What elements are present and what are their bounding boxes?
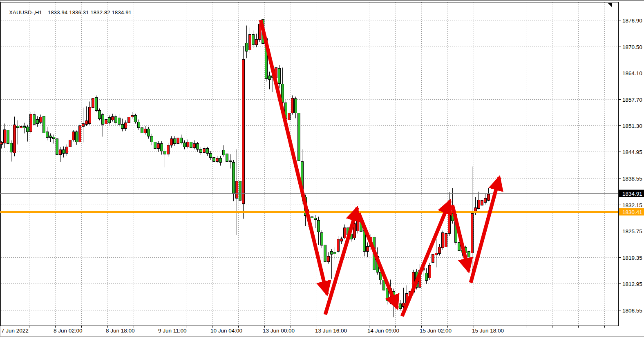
candle-bull[interactable] (432, 254, 434, 263)
candle-bear[interactable] (56, 139, 58, 155)
candle-bear[interactable] (311, 217, 313, 218)
candle-bull[interactable] (291, 98, 294, 113)
candle-bear[interactable] (210, 154, 212, 158)
candle-bear[interactable] (197, 144, 199, 150)
candle-bear[interactable] (278, 69, 281, 84)
candle-bear[interactable] (239, 181, 242, 201)
candle-bull[interactable] (478, 200, 480, 209)
candle-bull[interactable] (72, 132, 75, 140)
candle-bear[interactable] (295, 99, 297, 113)
candle-bear[interactable] (23, 127, 26, 128)
candle-bull[interactable] (82, 124, 85, 127)
candle-bear[interactable] (7, 130, 9, 144)
candle-bull[interactable] (40, 117, 42, 123)
candle-bear[interactable] (36, 120, 39, 124)
candle-bear[interactable] (206, 149, 209, 154)
candle-bull[interactable] (20, 127, 22, 128)
chart-canvas[interactable]: 1876.901870.501864.101857.701851.301844.… (0, 1, 644, 337)
candle-bear[interactable] (63, 150, 65, 154)
time-axis[interactable]: 7 Jun 20228 Jun 02:008 Jun 18:009 Jun 11… (1, 326, 605, 334)
candle-bear[interactable] (468, 252, 470, 257)
candle-bull[interactable] (79, 126, 81, 142)
candle-bull[interactable] (69, 140, 72, 147)
candle-bull[interactable] (471, 214, 474, 253)
candle-bear[interactable] (33, 115, 36, 125)
candle-bear[interactable] (229, 161, 232, 162)
candle-bull[interactable] (367, 247, 369, 252)
candle-bull[interactable] (216, 158, 219, 162)
candle-bull[interactable] (357, 221, 359, 231)
candle-bull[interactable] (327, 257, 330, 262)
candle-bear[interactable] (98, 111, 101, 119)
candle-bear[interactable] (148, 129, 150, 136)
candle-bear[interactable] (246, 43, 248, 51)
candle-bear[interactable] (233, 163, 235, 194)
candle-bear[interactable] (223, 150, 225, 155)
candle-bull[interactable] (288, 113, 291, 120)
candle-bear[interactable] (141, 128, 143, 133)
candle-bull[interactable] (242, 60, 245, 204)
candle-bull[interactable] (89, 107, 91, 124)
candle-bear[interactable] (314, 218, 317, 220)
candle-bull[interactable] (167, 145, 170, 154)
candle-bull[interactable] (59, 150, 62, 155)
candle-bull[interactable] (481, 201, 483, 205)
candle-bear[interactable] (121, 125, 124, 129)
candle-bear[interactable] (17, 126, 19, 128)
candle-bull[interactable] (66, 147, 68, 154)
candle-bull[interactable] (442, 233, 444, 248)
price-axis[interactable]: 1876.901870.501864.101857.701851.301844.… (619, 18, 644, 314)
candle-bull[interactable] (13, 125, 16, 153)
candle-bull[interactable] (112, 117, 114, 120)
candle-bear[interactable] (161, 144, 163, 151)
candle-bear[interactable] (331, 252, 333, 254)
candle-bear[interactable] (151, 136, 153, 142)
candle-bear[interactable] (183, 143, 186, 147)
candle-bear[interactable] (46, 132, 49, 138)
candle-bear[interactable] (180, 138, 183, 143)
candle-bear[interactable] (324, 245, 326, 262)
candle-bear[interactable] (200, 150, 202, 153)
candle-bull[interactable] (445, 234, 447, 247)
candle-bear[interactable] (138, 122, 140, 128)
candle-bear[interactable] (102, 115, 104, 125)
candle-bull[interactable] (435, 253, 438, 255)
candle-bear[interactable] (174, 139, 176, 144)
candle-bear[interactable] (334, 252, 336, 254)
candle-bear[interactable] (154, 142, 157, 149)
candle-bear[interactable] (298, 113, 300, 161)
candle-bull[interactable] (0, 143, 3, 145)
candle-bull[interactable] (337, 239, 340, 252)
candle-bull[interactable] (249, 35, 251, 50)
candle-bear[interactable] (76, 132, 78, 142)
candle-bear[interactable] (118, 118, 121, 125)
candle-bull[interactable] (344, 228, 346, 238)
candle-bull[interactable] (340, 239, 343, 241)
candle-bear[interactable] (43, 116, 45, 133)
candle-bear[interactable] (399, 304, 402, 309)
candle-bear[interactable] (268, 76, 271, 80)
candle-bull[interactable] (30, 114, 32, 132)
candle-bear[interactable] (134, 116, 137, 122)
candle-bull[interactable] (4, 130, 6, 143)
candle-bear[interactable] (115, 117, 117, 123)
candle-bear[interactable] (49, 136, 52, 138)
candle-bear[interactable] (252, 35, 255, 45)
candle-bull[interactable] (487, 194, 490, 201)
candle-bull[interactable] (125, 123, 127, 129)
candle-bear[interactable] (108, 118, 111, 123)
candle-bull[interactable] (429, 266, 431, 278)
candle-bear[interactable] (219, 158, 222, 163)
candle-bear[interactable] (213, 158, 215, 162)
candle-bull[interactable] (187, 142, 189, 147)
candle-bull[interactable] (448, 214, 451, 234)
candle-bull[interactable] (203, 149, 206, 153)
candle-bear[interactable] (458, 243, 461, 251)
candle-bull[interactable] (170, 139, 173, 145)
candle-bull[interactable] (193, 144, 196, 148)
candle-bear[interactable] (53, 137, 55, 139)
candle-bear[interactable] (95, 98, 98, 111)
candle-bear[interactable] (164, 151, 166, 154)
candle-bull[interactable] (157, 144, 160, 149)
candle-bear[interactable] (27, 127, 29, 132)
